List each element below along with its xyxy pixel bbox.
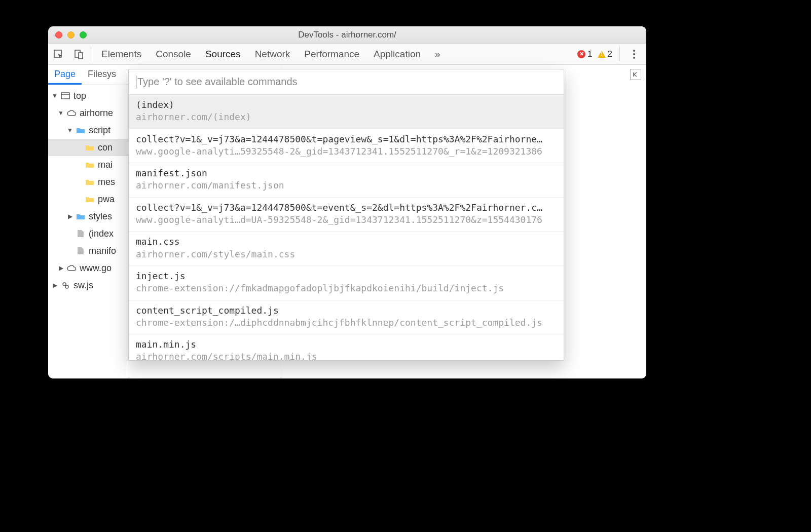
tab-console[interactable]: Console — [156, 44, 191, 64]
tree-label: mai — [98, 160, 113, 170]
tabs-overflow[interactable]: » — [435, 44, 440, 64]
cloud-icon — [66, 109, 77, 117]
tree-index[interactable]: (index — [48, 225, 129, 242]
tree-label: top — [73, 91, 86, 101]
tab-performance[interactable]: Performance — [304, 44, 359, 64]
result-title: (index) — [136, 99, 557, 111]
chevron-down-icon: ▼ — [66, 127, 73, 134]
command-results: (index) airhorner.com/(index) collect?v=… — [129, 95, 564, 360]
chevron-right-icon: ▶ — [66, 213, 73, 220]
error-count: 1 — [587, 49, 592, 59]
result-sub: airhorner.com/manifest.json — [136, 179, 557, 192]
folder-icon — [76, 127, 86, 134]
result-title: collect?v=1&_v=j73&a=1244478500&t=pagevi… — [136, 133, 557, 145]
warning-badge[interactable]: 2 — [598, 49, 612, 59]
device-icon[interactable] — [68, 44, 89, 64]
tree-manifest[interactable]: manifo — [48, 242, 129, 259]
chevron-down-icon: ▼ — [51, 92, 58, 99]
chevron-down-icon: ▼ — [57, 109, 64, 117]
text-caret — [136, 75, 136, 89]
tab-network[interactable]: Network — [255, 44, 290, 64]
list-item[interactable]: collect?v=1&_v=j73&a=1244478500&t=event&… — [129, 198, 564, 232]
cloud-icon — [66, 264, 77, 272]
subtab-filesystem[interactable]: Filesys — [82, 65, 122, 85]
inspect-icon[interactable] — [48, 44, 68, 64]
result-sub: airhorner.com/scripts/main.min.js — [136, 351, 557, 360]
svg-rect-3 — [61, 93, 69, 99]
close-icon[interactable] — [55, 31, 62, 39]
tree-label: airhorne — [80, 108, 113, 119]
list-item[interactable]: collect?v=1&_v=j73&a=1244478500&t=pagevi… — [129, 129, 564, 164]
command-input[interactable]: Type '?' to see available commands — [129, 69, 564, 95]
tree-top[interactable]: ▼ top — [48, 87, 129, 104]
list-item[interactable]: main.min.js airhorner.com/scripts/main.m… — [129, 334, 564, 360]
list-item[interactable]: content_script_compiled.js chrome-extens… — [129, 300, 564, 335]
error-icon: ✕ — [577, 50, 585, 58]
list-item[interactable]: main.css airhorner.com/styles/main.css — [129, 232, 564, 266]
subtab-page[interactable]: Page — [48, 65, 82, 85]
tree-label: con — [98, 142, 113, 153]
result-sub: www.google-analyti…d=UA-59325548-2&_gid=… — [136, 214, 557, 226]
devtools-tabs: Elements Console Sources Network Perform… — [48, 44, 646, 65]
folder-icon — [85, 161, 95, 168]
tree-file[interactable]: mai — [48, 156, 129, 173]
traffic-lights — [48, 31, 87, 39]
list-item[interactable]: (index) airhorner.com/(index) — [129, 95, 564, 129]
tree-label: manifo — [89, 246, 116, 256]
tree-google[interactable]: ▶ www.go — [48, 259, 129, 277]
error-badge[interactable]: ✕ 1 — [577, 49, 592, 59]
command-palette: Type '?' to see available commands (inde… — [128, 69, 564, 361]
result-sub: www.google-analyti…59325548-2&_gid=13437… — [136, 145, 557, 158]
tree-label: script — [89, 125, 110, 136]
result-title: inject.js — [136, 270, 557, 282]
warning-count: 2 — [608, 49, 612, 59]
list-item[interactable]: inject.js chrome-extension://fmkadmapgof… — [129, 266, 564, 300]
collapse-panel-icon[interactable] — [630, 69, 641, 80]
window-icon — [60, 92, 70, 99]
tree-file[interactable]: con — [48, 139, 129, 156]
result-title: content_script_compiled.js — [136, 305, 557, 317]
tree-label: styles — [89, 211, 112, 222]
folder-icon — [85, 178, 95, 185]
tree-label: (index — [89, 229, 114, 239]
tree-origin[interactable]: ▼ airhorne — [48, 104, 129, 122]
folder-icon — [85, 196, 95, 203]
result-title: main.min.js — [136, 338, 557, 351]
svg-rect-2 — [79, 53, 83, 59]
zoom-icon[interactable] — [80, 31, 87, 39]
sources-sidebar: Page Filesys ▼ top ▼ airhorne ▼ script — [48, 65, 129, 378]
command-placeholder: Type '?' to see available commands — [137, 76, 298, 88]
tree-label: pwa — [98, 194, 115, 205]
gear-icon — [60, 281, 70, 290]
minimize-icon[interactable] — [67, 31, 75, 39]
result-sub: airhorner.com/(index) — [136, 111, 557, 123]
tab-elements[interactable]: Elements — [101, 44, 141, 64]
result-title: collect?v=1&_v=j73&a=1244478500&t=event&… — [136, 202, 557, 214]
file-tree[interactable]: ▼ top ▼ airhorne ▼ script con — [48, 85, 129, 378]
tree-styles[interactable]: ▶ styles — [48, 208, 129, 225]
tab-application[interactable]: Application — [374, 44, 421, 64]
result-sub: airhorner.com/styles/main.css — [136, 248, 557, 260]
tree-file[interactable]: mes — [48, 173, 129, 191]
result-sub: chrome-extension://fmkadmapgofadopljbjfk… — [136, 282, 557, 294]
status-badges: ✕ 1 2 — [577, 44, 646, 64]
tree-label: sw.js — [73, 280, 93, 291]
sources-subtabs: Page Filesys — [48, 65, 129, 85]
titlebar: DevTools - airhorner.com/ — [48, 26, 646, 44]
chevron-right-icon: ▶ — [51, 282, 58, 289]
result-title: manifest.json — [136, 167, 557, 179]
tree-file[interactable]: pwa — [48, 191, 129, 208]
kebab-icon[interactable] — [627, 50, 641, 59]
tree-label: mes — [98, 177, 115, 187]
file-icon — [76, 247, 86, 255]
svg-point-5 — [63, 283, 66, 286]
tab-sources[interactable]: Sources — [205, 44, 241, 64]
tree-scripts[interactable]: ▼ script — [48, 122, 129, 139]
list-item[interactable]: manifest.json airhorner.com/manifest.jso… — [129, 163, 564, 198]
chevron-right-icon: ▶ — [57, 264, 64, 272]
tree-sw[interactable]: ▶ sw.js — [48, 277, 129, 294]
svg-point-6 — [65, 285, 68, 288]
folder-icon — [85, 144, 95, 151]
result-sub: chrome-extension:/…diphcddnnabmjcihcjfbh… — [136, 317, 557, 329]
tab-list: Elements Console Sources Network Perform… — [96, 44, 446, 64]
